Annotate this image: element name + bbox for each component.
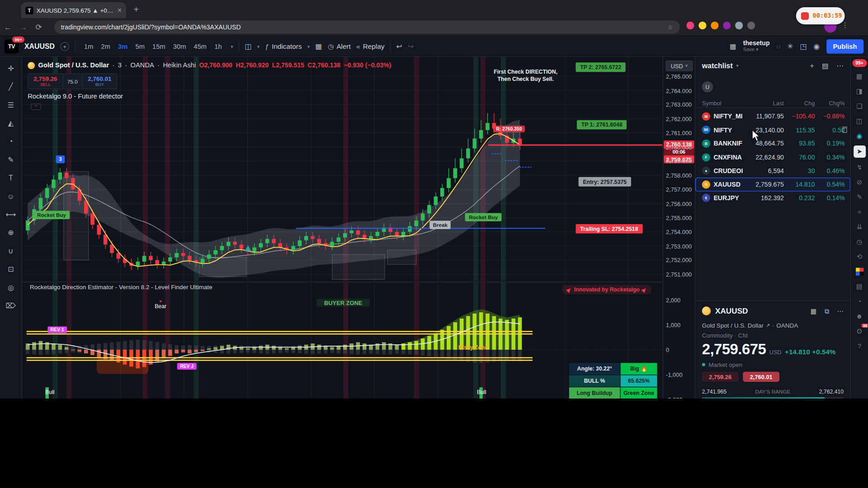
settings-gear-icon[interactable]: ✳ — [787, 42, 793, 50]
info-full-name[interactable]: Gold Spot / U.S. Dollar — [702, 322, 764, 329]
url-bar[interactable]: tradingview.com/chart/2jgUSliD/?symbol=O… — [54, 20, 680, 33]
tab-close-icon[interactable]: × — [118, 6, 122, 14]
watchlist-add-icon[interactable]: + — [810, 61, 814, 70]
hide-tool-icon[interactable]: ◎ — [3, 281, 19, 294]
watchlist-row-CNXFINA[interactable]: FCNXFINA22,624.9076.000.34% — [695, 150, 850, 164]
pattern-tool-icon[interactable]: ◭ — [3, 116, 19, 129]
watchlist-more-icon[interactable]: ⋯ — [836, 61, 844, 70]
lock-tool-icon[interactable]: ⊡ — [3, 262, 19, 275]
help-icon[interactable]: ? — [854, 341, 866, 352]
watchlist-chevron-icon[interactable]: ▾ — [736, 63, 739, 68]
zoom-tool-icon[interactable]: ⊕ — [3, 226, 19, 239]
compare-add-icon[interactable]: + — [60, 42, 69, 51]
alert-button[interactable]: ◷Alert — [328, 42, 351, 50]
measure-tool-icon[interactable]: ⟷ — [3, 207, 19, 221]
templates-grid-icon[interactable]: ▦ — [316, 42, 322, 50]
extension-orange-icon[interactable] — [711, 22, 718, 29]
fib-tool-icon[interactable]: ☰ — [3, 98, 19, 111]
symbol-button[interactable]: XAUUSD — [24, 42, 55, 50]
refresh-icon[interactable]: ⟳ — [31, 23, 47, 32]
notes-icon[interactable]: ◨ — [854, 86, 866, 97]
watchlist-row-CRUDEOI[interactable]: ●CRUDEOI6,594300.46% — [695, 164, 850, 178]
tag-icon[interactable]: ⊘ — [854, 177, 866, 188]
cursor-box-icon[interactable]: ➤ — [854, 145, 866, 158]
emoji-tool-icon[interactable]: ☺ — [3, 189, 19, 202]
timeframe-45m[interactable]: 45m — [190, 41, 210, 52]
chart-area[interactable]: Gold Spot / U.S. Dollar · 3 · OANDA · He… — [22, 57, 695, 399]
price-axis[interactable]: USD▾ 2,760.138 00:06 2,759.675 2,765.000… — [663, 57, 695, 399]
extensions-puzzle-icon[interactable] — [747, 22, 755, 29]
info-buy-quote[interactable]: 2,760.01 — [743, 372, 779, 382]
indicators-button[interactable]: ƒIndicators — [265, 42, 302, 50]
watchlist-row-XAUUSD[interactable]: GXAUUSD2,759.67514.8100.54% — [695, 178, 850, 191]
external-link-icon[interactable]: ↗ — [766, 323, 770, 328]
watchlist-row-NIFTY_MI[interactable]: MNIFTY_MI11,907.95−105.40−0.88% — [695, 109, 850, 123]
text-tool-icon[interactable]: T — [3, 171, 19, 184]
main-chart-canvas[interactable] — [22, 57, 663, 281]
quick-search-icon[interactable]: ◌ — [776, 42, 780, 50]
extension-gray-icon[interactable] — [735, 22, 743, 29]
watchlist-row-NIFTY[interactable]: 50NIFTY23,140.00115.350.50 — [695, 123, 850, 137]
tp1-label[interactable]: TP 1: 2761.6048 — [577, 120, 627, 130]
publish-button[interactable]: Publish — [826, 39, 863, 53]
info-grid-icon[interactable]: ▦ — [811, 308, 817, 315]
timeframe-1m[interactable]: 1m — [81, 41, 97, 52]
legend-collapse-icon[interactable]: ⌃ — [31, 103, 41, 110]
delete-symbol-icon[interactable] — [843, 127, 847, 132]
extension-pink-icon[interactable] — [686, 22, 694, 29]
info-open-chart-icon[interactable]: ⧉ — [825, 308, 830, 315]
brush-tool-icon[interactable]: ✎ — [3, 153, 19, 166]
info-sell-quote[interactable]: 2,759.26 — [702, 372, 739, 382]
magnet-tool-icon[interactable]: ∪ — [3, 244, 19, 257]
indicator-title[interactable]: Rocketalgo Direction Estimator - Version… — [30, 284, 212, 291]
chart-icon[interactable]: ▤ — [854, 281, 866, 292]
watchlist-row-EURJPY[interactable]: €EURJPY162.3920.2320.14% — [695, 191, 850, 205]
layers-icon[interactable]: ❏ — [854, 101, 866, 112]
timeframe-15m[interactable]: 15m — [149, 41, 169, 52]
browser-menu-icon[interactable]: ⋮ — [841, 21, 849, 29]
undo-icon[interactable]: ↩ — [396, 42, 402, 50]
timeframe-5m[interactable]: 5m — [132, 41, 148, 52]
new-tab-button[interactable]: + — [130, 3, 143, 16]
fullscreen-icon[interactable]: ◳ — [800, 42, 807, 50]
cursor-tool-icon[interactable]: ✛ — [3, 61, 19, 75]
people-icon[interactable]: ☻ — [854, 311, 866, 322]
chart-legend[interactable]: Gold Spot / U.S. Dollar · 3 · OANDA · He… — [28, 61, 391, 69]
chart-style-icon[interactable]: ◫ — [245, 42, 251, 50]
replay-button[interactable]: «Replay — [356, 42, 384, 50]
calendar-icon[interactable]: ▦ — [854, 71, 866, 82]
bulb-icon[interactable]: ʘ88 — [854, 326, 866, 337]
timeframe-2m[interactable]: 2m — [98, 41, 113, 52]
chart-style-chevron-icon[interactable]: ▾ — [257, 43, 260, 49]
entry-label[interactable]: Entry: 2757.5375 — [579, 177, 631, 187]
timeframe-30m[interactable]: 30m — [170, 41, 189, 52]
prediction-tool-icon[interactable]: ◔ — [3, 135, 19, 148]
trendline-tool-icon[interactable]: ╱ — [3, 80, 19, 93]
extension-purple-icon[interactable] — [723, 22, 731, 29]
heatmap-icon[interactable]: ◫ — [854, 116, 866, 127]
timeframe-1h[interactable]: 1h — [211, 41, 225, 52]
redo-icon[interactable]: ↪ — [408, 42, 414, 50]
watchlist-section-avatar[interactable]: U — [702, 81, 713, 92]
download-icon[interactable]: ⇊ — [854, 221, 866, 232]
watchlist-list-icon[interactable]: ▤ — [822, 61, 829, 70]
wave-icon[interactable]: ≈ — [854, 206, 866, 217]
clock-icon[interactable]: ◷ — [854, 236, 866, 247]
delete-tool-icon[interactable]: ⌦ — [3, 299, 19, 312]
forward-icon[interactable]: → — [15, 23, 31, 32]
eye-icon[interactable]: ◉ — [854, 131, 866, 141]
palette-icon[interactable] — [854, 266, 866, 277]
strategy-legend[interactable]: Rocketalgo 9.0 - Future detector — [28, 92, 123, 100]
extension-yellow-icon[interactable] — [698, 22, 706, 29]
layout-grid-icon[interactable]: ▦ — [730, 42, 736, 50]
gauge-icon[interactable]: ◔ — [854, 296, 866, 307]
tradingview-logo[interactable]: TV 99+ — [5, 39, 19, 53]
timeframe-3m[interactable]: 3m — [115, 41, 131, 52]
trailing-sl-label[interactable]: Trailing SL: 2754.2518 — [576, 224, 642, 234]
bookmark-star-icon[interactable]: ☆ — [667, 23, 673, 31]
indicators-chevron-icon[interactable]: ▾ — [307, 43, 310, 49]
save-button[interactable]: Save ▾ — [743, 47, 759, 52]
timeframes-chevron-icon[interactable]: ▾ — [231, 43, 233, 49]
flash-icon[interactable]: ↯ — [854, 162, 866, 173]
info-more-icon[interactable]: ⋯ — [837, 308, 844, 315]
